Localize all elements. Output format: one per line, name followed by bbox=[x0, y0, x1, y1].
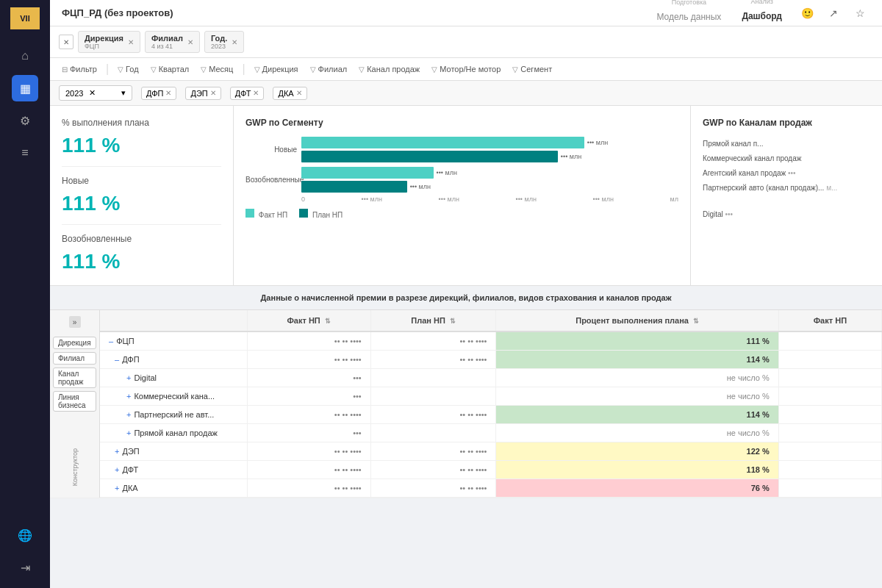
share-icon[interactable]: ↗ bbox=[823, 3, 844, 24]
expand-fcp[interactable]: – bbox=[109, 337, 113, 345]
expand-dka[interactable]: + bbox=[115, 484, 119, 492]
star-icon[interactable]: ☆ bbox=[850, 3, 870, 24]
filter-main-label: Фильтр bbox=[70, 65, 97, 74]
year-x[interactable]: ✕ bbox=[89, 88, 96, 98]
row-plan-dft: •• •• •••• bbox=[370, 461, 496, 479]
tab-year-close[interactable]: ✕ bbox=[232, 38, 237, 46]
tag-branch[interactable]: Филиал bbox=[53, 352, 96, 365]
filter-main[interactable]: ⊟ Фильтр bbox=[59, 63, 100, 75]
tab-branch-sublabel: 4 из 41 bbox=[151, 43, 183, 50]
sidebar-icon-layers[interactable]: ≡ bbox=[12, 140, 38, 166]
kpi-plan-label: % выполнения плана bbox=[62, 118, 221, 128]
filter-quarter[interactable]: ▽ Квартал bbox=[148, 63, 193, 75]
legend-plan-dot bbox=[299, 209, 308, 218]
filter-row: ⊟ Фильтр | ▽ Год ▽ Квартал ▽ Месяц | ▽ Д… bbox=[50, 58, 882, 81]
expand-constructor[interactable]: » bbox=[69, 316, 81, 328]
th-fact-np[interactable]: Факт НП ⇅ bbox=[247, 310, 370, 331]
tag-dfp-close[interactable]: ✕ bbox=[165, 89, 171, 97]
axis-2: ••• млн bbox=[439, 196, 459, 203]
bar-plan-value-new: ••• млн bbox=[561, 153, 581, 160]
expand-direct[interactable]: + bbox=[126, 429, 131, 437]
filter-sep2: | bbox=[242, 62, 245, 76]
filter-year[interactable]: ▽ Год bbox=[115, 63, 142, 75]
kpi-charts-row: % выполнения плана 111 % Новые 111 % Воз… bbox=[50, 106, 882, 286]
chart-legend: Факт НП План НП bbox=[245, 209, 678, 219]
tab-year-sublabel: 2023 bbox=[211, 43, 227, 50]
row-fact2-direct bbox=[778, 424, 881, 442]
close-all-tabs[interactable]: ✕ bbox=[59, 35, 74, 49]
expand-dfp[interactable]: – bbox=[115, 355, 119, 364]
nav-model[interactable]: Модель данных bbox=[653, 6, 724, 28]
row-plan-partner: •• •• •••• bbox=[370, 406, 496, 424]
expand-digital[interactable]: + bbox=[126, 373, 131, 382]
nav-dashboard[interactable]: Дашборд bbox=[739, 5, 785, 29]
th-plan-np[interactable]: План НП ⇅ bbox=[370, 310, 496, 331]
filter-branch[interactable]: ▽ Филиал bbox=[307, 63, 351, 75]
filter-motor[interactable]: ▽ Мотор/Не мотор bbox=[429, 63, 503, 75]
row-fact2-commercial bbox=[778, 387, 881, 406]
filter-direction[interactable]: ▽ Дирекция bbox=[251, 63, 301, 75]
th-pct[interactable]: Процент выполнения плана ⇅ bbox=[496, 310, 778, 331]
row-pct-dfp: 114 % bbox=[496, 351, 778, 369]
row-pct-dft: 118 % bbox=[496, 461, 778, 479]
bar-group-renewed: Возобновленные ••• млн ••• млн bbox=[245, 167, 678, 193]
tab-branch[interactable]: Филиал 4 из 41 ✕ bbox=[145, 31, 200, 53]
expand-commercial[interactable]: + bbox=[126, 392, 131, 401]
table-row: +ДЭП •• •• •••• •• •• •••• 122 % bbox=[100, 442, 882, 461]
expand-partner[interactable]: + bbox=[126, 410, 131, 419]
row-fact-dep: •• •• •••• bbox=[247, 442, 370, 461]
tag-business-line[interactable]: Линия бизнеса bbox=[53, 391, 96, 412]
sidebar-icon-home[interactable]: ⌂ bbox=[12, 43, 38, 69]
year-row: 2023 ✕ ▾ ДФП ✕ ДЭП ✕ ДФТ ✕ ДКА ✕ bbox=[50, 81, 882, 106]
year-select[interactable]: 2023 ✕ ▾ bbox=[59, 85, 132, 101]
tag-dka-close[interactable]: ✕ bbox=[296, 89, 302, 97]
bar-plan-new bbox=[301, 151, 558, 162]
table-title: Данные о начисленной премии в разрезе ди… bbox=[50, 286, 882, 310]
sidebar-icon-exit[interactable]: ⇥ bbox=[12, 554, 38, 581]
tag-dep-close[interactable]: ✕ bbox=[210, 89, 216, 97]
tag-channel[interactable]: Канал продаж bbox=[53, 368, 96, 388]
row-label-dka: +ДКА bbox=[100, 479, 247, 498]
filter-segment[interactable]: ▽ Сегмент bbox=[509, 63, 555, 75]
axis-4: ••• млн bbox=[593, 196, 614, 203]
filter-month[interactable]: ▽ Месяц bbox=[198, 63, 236, 75]
tab-direction[interactable]: Дирекция ФЦП ✕ bbox=[78, 31, 140, 53]
tab-year[interactable]: Год. 2023 ✕ bbox=[204, 31, 244, 53]
tag-dep: ДЭП ✕ bbox=[185, 87, 220, 100]
row-pct-commercial: не число % bbox=[496, 387, 778, 406]
tag-direction[interactable]: Дирекция bbox=[53, 337, 96, 349]
sort-pct-icon: ⇅ bbox=[693, 318, 699, 325]
data-table: Факт НП ⇅ План НП ⇅ Процент выполнения п… bbox=[100, 310, 882, 498]
row-fact2-dep bbox=[778, 442, 881, 461]
row-label-dft: +ДФТ bbox=[100, 461, 247, 479]
row-pct-fcp: 111 % bbox=[496, 331, 778, 351]
emoji-icon[interactable]: 🙂 bbox=[797, 3, 817, 24]
filter-sep1: | bbox=[106, 62, 109, 76]
sidebar-icon-tools[interactable]: ⚙ bbox=[12, 107, 38, 134]
tab-direction-label: Дирекция bbox=[85, 34, 123, 43]
sort-plan-icon: ⇅ bbox=[450, 318, 456, 325]
row-fact2-partner bbox=[778, 406, 881, 424]
axis-1: ••• млн bbox=[362, 196, 382, 203]
filter-direction-label: Дирекция bbox=[262, 65, 298, 74]
table-row: +Партнерский не авт... •• •• •••• •• •• … bbox=[100, 406, 882, 424]
sidebar-icon-dashboard[interactable]: ▦ bbox=[12, 75, 38, 101]
tab-branch-close[interactable]: ✕ bbox=[187, 38, 193, 46]
expand-dep[interactable]: + bbox=[115, 447, 119, 456]
table-body: –ФЦП •• •• •••• •• •• •••• 111 % –ДФП ••… bbox=[100, 331, 882, 498]
tab-direction-close[interactable]: ✕ bbox=[128, 38, 134, 46]
table-head: Факт НП ⇅ План НП ⇅ Процент выполнения п… bbox=[100, 310, 882, 331]
row-fact-digital: ••• bbox=[247, 369, 370, 387]
sidebar: VII ⌂ ▦ ⚙ ≡ 🌐 ⇥ bbox=[0, 0, 50, 588]
row-label-dep: +ДЭП bbox=[100, 442, 247, 461]
filter-channel[interactable]: ▽ Канал продаж bbox=[356, 63, 423, 75]
legend-plan: План НП bbox=[299, 209, 343, 219]
sidebar-icon-globe[interactable]: 🌐 bbox=[12, 522, 38, 548]
filter-direction-icon: ▽ bbox=[254, 65, 260, 74]
legend-plan-label: План НП bbox=[312, 211, 343, 219]
th-fact-np2[interactable]: Факт НП bbox=[778, 310, 881, 331]
expand-dft[interactable]: + bbox=[115, 465, 119, 474]
tag-dft-close[interactable]: ✕ bbox=[253, 89, 259, 97]
row-pct-direct: не число % bbox=[496, 424, 778, 442]
bar-label-new: Новые bbox=[245, 146, 297, 154]
